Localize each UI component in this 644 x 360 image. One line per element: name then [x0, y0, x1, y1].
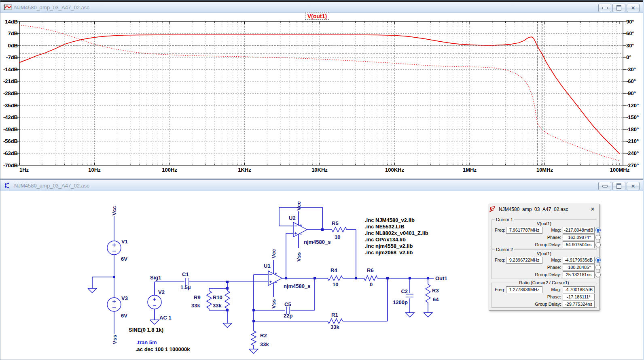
net-label-vss[interactable]: Vss: [271, 299, 277, 309]
include-directive[interactable]: .inc NJM4580_v2.lib: [365, 217, 415, 223]
r3-name[interactable]: R3: [432, 288, 439, 294]
net-label-vcc[interactable]: Vcc: [271, 249, 277, 258]
r5-name[interactable]: R5: [332, 220, 339, 226]
freq-label: Freq:: [495, 227, 505, 233]
cursor1-group-delay-field: 54.907504ns: [563, 241, 595, 248]
v3-name[interactable]: V3: [121, 295, 128, 301]
ratio-group-label: Ratio (Cursor2 / Cursor1): [518, 280, 570, 285]
c2-value[interactable]: 1200p: [393, 299, 408, 305]
include-directive[interactable]: .inc NE5532.LIB: [365, 224, 405, 230]
c5-value[interactable]: 22p: [284, 313, 292, 319]
include-directive[interactable]: .inc njm2068_v2.lib: [365, 249, 413, 256]
phase-label: Phase:: [537, 294, 561, 300]
cursor1-mag-field: -217.8048mdB: [563, 227, 595, 234]
r2-name[interactable]: R2: [260, 332, 267, 339]
v1-value[interactable]: 6V: [121, 256, 127, 262]
svg-text:0dB: 0dB: [8, 43, 18, 49]
r6-value[interactable]: 0: [370, 281, 373, 288]
svg-text:-70dB: -70dB: [3, 162, 18, 168]
r9-name[interactable]: R9: [194, 294, 201, 300]
v2-value[interactable]: AC 1: [159, 315, 172, 321]
r5-value[interactable]: 10: [335, 234, 340, 240]
svg-text:10KHz: 10KHz: [311, 167, 328, 173]
mag-label: Mag:: [537, 257, 561, 263]
ratio-group: Ratio (Cursor2 / Cursor1) Freq: 1.277893…: [491, 283, 597, 308]
net-label-vss[interactable]: Vss: [296, 252, 302, 262]
u1-name[interactable]: U1: [264, 263, 271, 269]
ltspice-logo-icon: [489, 206, 496, 213]
freq-label: Freq:: [495, 286, 505, 292]
svg-text:-35dB: -35dB: [3, 102, 18, 109]
r9-value[interactable]: 33k: [191, 302, 200, 309]
svg-text:0°: 0°: [626, 54, 631, 60]
tran-directive[interactable]: .tran 5m: [136, 339, 157, 345]
bode-plot[interactable]: 14dB90°7dB60°0dB30°-7dB0°-14dB-30°-21dB-…: [0, 0, 644, 179]
r4-value[interactable]: 10: [333, 281, 338, 288]
net-label-vss[interactable]: Vss: [112, 335, 118, 344]
svg-text:90°: 90°: [626, 19, 634, 25]
ac-directive[interactable]: .ac dec 100 1 100000k: [136, 346, 190, 352]
svg-text:10Hz: 10Hz: [88, 167, 101, 173]
include-directive[interactable]: .inc njm4558_v2.lib: [365, 243, 413, 249]
net-label-out1[interactable]: Out1: [435, 275, 447, 281]
u2-name[interactable]: U2: [289, 215, 296, 221]
r1-name[interactable]: R1: [331, 312, 338, 318]
svg-text:-42dB: -42dB: [3, 114, 18, 120]
cursor-panel[interactable]: NJM4580_amp_03_A47_02.asc ✕ Cursor 1 V(o…: [489, 204, 600, 311]
svg-text:-28dB: -28dB: [3, 90, 18, 96]
c2-name[interactable]: C2: [401, 288, 408, 294]
trace-label[interactable]: V(out1): [305, 13, 329, 20]
r10-name[interactable]: R10: [213, 294, 222, 300]
sine-directive[interactable]: SINE(0 1.8 1k): [129, 327, 163, 333]
cursor1-group-delay-radio[interactable]: [595, 242, 601, 247]
v3-value[interactable]: 6V: [121, 313, 127, 319]
net-label-vcc[interactable]: Vcc: [296, 201, 302, 211]
ratio-phase-field: -17.186111°: [563, 294, 595, 300]
cursor2-phase-radio[interactable]: [595, 265, 601, 270]
svg-text:-21dB: -21dB: [3, 78, 18, 84]
r4-name[interactable]: R4: [330, 267, 337, 273]
cursor2-mag-radio[interactable]: [595, 258, 601, 263]
net-label-vcc[interactable]: Vcc: [111, 206, 117, 215]
cursor1-signal: V(out1): [491, 221, 597, 226]
u1-value[interactable]: njm4580_s: [284, 283, 311, 289]
svg-text:-56dB: -56dB: [3, 138, 18, 144]
group-delay-label: Group Delay:: [529, 301, 561, 307]
group-delay-label: Group Delay:: [529, 241, 561, 247]
svg-text:30°: 30°: [626, 43, 634, 49]
r6-name[interactable]: R6: [367, 267, 374, 273]
cursor2-group-delay-radio[interactable]: [595, 272, 601, 277]
mag-label: Mag:: [537, 227, 561, 233]
v2-name[interactable]: V2: [158, 289, 165, 295]
r2-value[interactable]: 33k: [260, 341, 269, 347]
cursor2-phase-field: -180.28485°: [563, 264, 595, 271]
c1-value[interactable]: 1.5µ: [180, 284, 191, 290]
net-label-sig1[interactable]: Sig1: [150, 275, 161, 281]
r3-value[interactable]: 64: [433, 296, 439, 302]
cursor-panel-titlebar[interactable]: NJM4580_amp_03_A47_02.asc ✕: [489, 204, 599, 215]
include-directive[interactable]: .inc NL8802x_v0401_Z.lib: [365, 230, 428, 236]
c5-name[interactable]: C5: [284, 301, 291, 307]
v1-name[interactable]: V1: [121, 239, 128, 245]
svg-text:-60°: -60°: [626, 78, 636, 84]
svg-text:1MHz: 1MHz: [463, 167, 477, 173]
c1-name[interactable]: C1: [182, 271, 189, 277]
u2-value[interactable]: njm4580_s: [304, 239, 331, 245]
close-icon[interactable]: ✕: [589, 206, 596, 213]
plot-grid-and-traces: 14dB90°7dB60°0dB30°-7dB0°-14dB-30°-21dB-…: [3, 19, 639, 173]
cursor2-signal: V(out1): [491, 251, 597, 256]
cursor1-mag-radio[interactable]: [595, 228, 601, 233]
svg-text:7dB: 7dB: [8, 30, 18, 36]
cursor2-group-delay-field: 25.132181ns: [563, 271, 595, 278]
phase-label: Phase:: [537, 234, 561, 240]
r10-value[interactable]: 33k: [213, 302, 222, 309]
cursor1-phase-radio[interactable]: [595, 235, 601, 240]
group-delay-label: Group Delay:: [529, 271, 561, 277]
cursor2-group: Cursor 2 V(out1) Freq: 9.2396722MHz Mag:…: [491, 249, 597, 279]
cursor-panel-title: NJM4580_amp_03_A47_02.asc: [499, 207, 568, 212]
svg-text:1Hz: 1Hz: [19, 167, 29, 173]
r1-value[interactable]: 33k: [330, 324, 339, 330]
include-directive[interactable]: .inc OPAx134.lib: [365, 236, 406, 243]
svg-text:100MHz: 100MHz: [610, 167, 630, 173]
svg-text:14dB: 14dB: [5, 19, 18, 25]
